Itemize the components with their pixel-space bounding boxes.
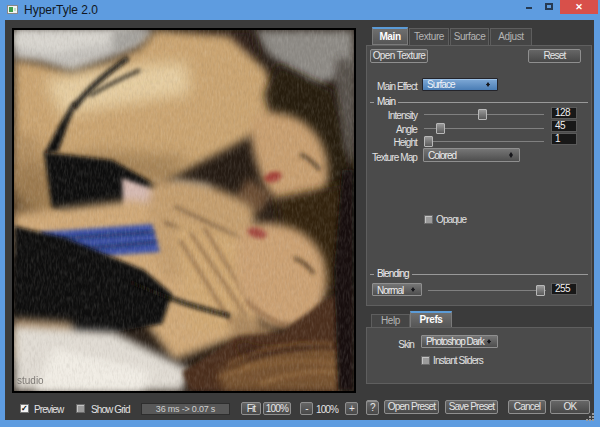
svg-text:studio: studio bbox=[17, 375, 44, 386]
